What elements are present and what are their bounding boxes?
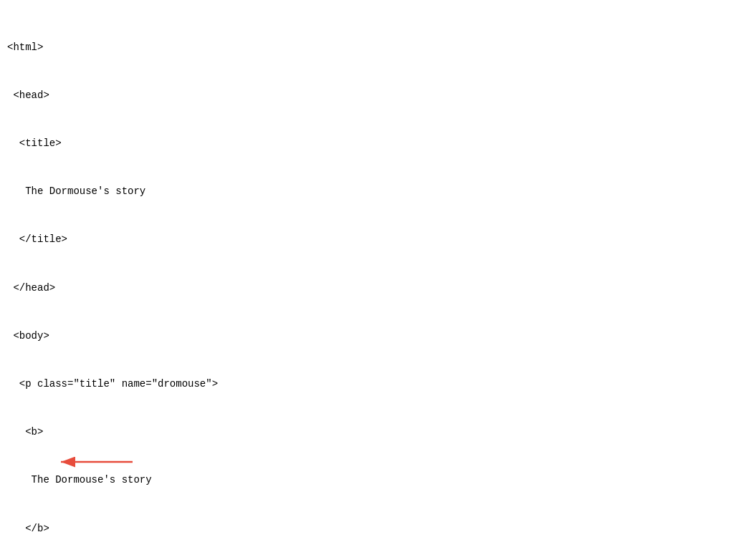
code-display: <html> <head> <title> The Dormouse's sto… — [0, 0, 741, 560]
code-line-6: </head> — [0, 280, 741, 296]
code-line-9: <b> — [0, 424, 741, 440]
code-line-10: The Dormouse's story — [0, 472, 741, 488]
code-line-1: <html> — [0, 39, 741, 55]
annotation-arrow-1 — [54, 451, 140, 473]
code-line-7: <body> — [0, 328, 741, 344]
code-line-3: <title> — [0, 135, 741, 151]
code-line-5: </title> — [0, 231, 741, 247]
code-line-4: The Dormouse's story — [0, 183, 741, 199]
code-line-8: <p class="title" name="dromouse"> — [0, 376, 741, 392]
code-line-2: <head> — [0, 87, 741, 103]
code-line-11: </b> — [0, 521, 741, 536]
